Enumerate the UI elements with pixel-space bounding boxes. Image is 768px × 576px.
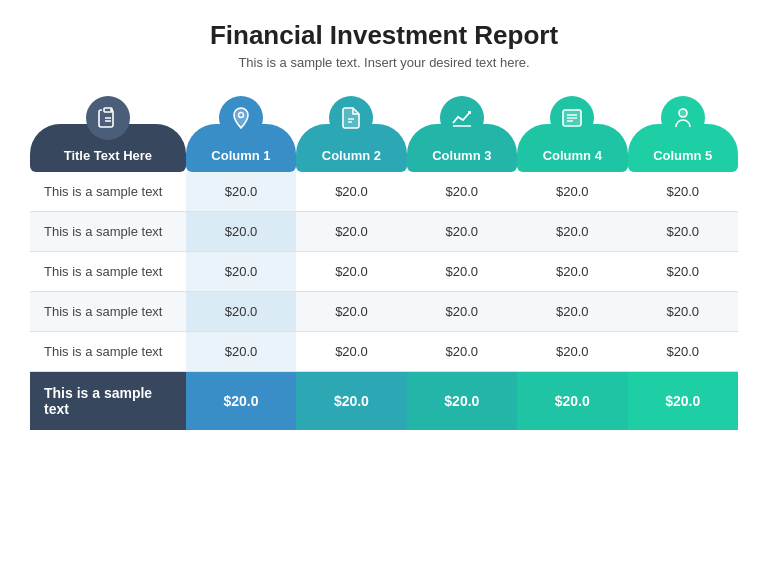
row-value: $20.0	[296, 172, 406, 212]
row-value: $20.0	[407, 172, 517, 212]
svg-point-11	[679, 109, 687, 117]
table-body: This is a sample text$20.0$20.0$20.0$20.…	[30, 172, 738, 430]
page-subtitle: This is a sample text. Insert your desir…	[238, 55, 529, 70]
row-value: $20.0	[407, 332, 517, 372]
row-value: $20.0	[517, 172, 627, 212]
row-value: $20.0	[296, 332, 406, 372]
row-value: $20.0	[628, 292, 739, 332]
summary-value: $20.0	[296, 372, 406, 431]
list-icon	[560, 106, 584, 130]
clipboard-icon	[96, 106, 120, 130]
row-label: This is a sample text	[30, 332, 186, 372]
row-label: This is a sample text	[30, 172, 186, 212]
row-label: This is a sample text	[30, 292, 186, 332]
col4-icon	[550, 96, 594, 140]
title-column-icon	[86, 96, 130, 140]
summary-value: $20.0	[407, 372, 517, 431]
col3-icon	[440, 96, 484, 140]
row-label: This is a sample text	[30, 252, 186, 292]
row-value: $20.0	[186, 212, 296, 252]
row-value: $20.0	[628, 252, 739, 292]
table-row: This is a sample text$20.0$20.0$20.0$20.…	[30, 252, 738, 292]
data-table: Title Text Here Column 1	[30, 88, 738, 430]
table-row: This is a sample text$20.0$20.0$20.0$20.…	[30, 292, 738, 332]
summary-value: $20.0	[628, 372, 739, 431]
column-1-header: Column 1	[186, 88, 296, 172]
file-icon	[339, 106, 363, 130]
title-column-header: Title Text Here	[30, 88, 186, 172]
table-wrapper: Title Text Here Column 1	[30, 88, 738, 430]
row-value: $20.0	[517, 212, 627, 252]
col1-icon	[219, 96, 263, 140]
chart-icon	[450, 106, 474, 130]
table-row: This is a sample text$20.0$20.0$20.0$20.…	[30, 212, 738, 252]
row-label: This is a sample text	[30, 212, 186, 252]
summary-label: This is a sample text	[30, 372, 186, 431]
person-icon	[671, 106, 695, 130]
column-5-header: Column 5	[628, 88, 739, 172]
table-row: This is a sample text$20.0$20.0$20.0$20.…	[30, 172, 738, 212]
summary-value: $20.0	[186, 372, 296, 431]
col5-icon	[661, 96, 705, 140]
header-row: Title Text Here Column 1	[30, 88, 738, 172]
row-value: $20.0	[186, 332, 296, 372]
row-value: $20.0	[628, 212, 739, 252]
summary-row: This is a sample text$20.0$20.0$20.0$20.…	[30, 372, 738, 431]
row-value: $20.0	[407, 292, 517, 332]
row-value: $20.0	[517, 252, 627, 292]
row-value: $20.0	[628, 172, 739, 212]
row-value: $20.0	[628, 332, 739, 372]
column-4-header: Column 4	[517, 88, 627, 172]
row-value: $20.0	[296, 212, 406, 252]
row-value: $20.0	[186, 172, 296, 212]
row-value: $20.0	[407, 252, 517, 292]
page-title: Financial Investment Report	[210, 20, 558, 51]
row-value: $20.0	[407, 212, 517, 252]
row-value: $20.0	[296, 252, 406, 292]
row-value: $20.0	[517, 332, 627, 372]
row-value: $20.0	[296, 292, 406, 332]
row-value: $20.0	[186, 252, 296, 292]
column-3-header: Column 3	[407, 88, 517, 172]
column-2-header: Column 2	[296, 88, 406, 172]
pin-icon	[229, 106, 253, 130]
row-value: $20.0	[186, 292, 296, 332]
summary-value: $20.0	[517, 372, 627, 431]
row-value: $20.0	[517, 292, 627, 332]
table-row: This is a sample text$20.0$20.0$20.0$20.…	[30, 332, 738, 372]
